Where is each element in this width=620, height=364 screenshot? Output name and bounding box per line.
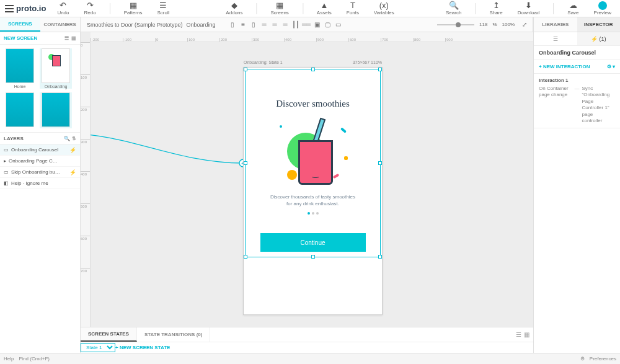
screens-list: Home Onboarding (0, 45, 80, 132)
distribute-h-icon[interactable]: ┃┃ (291, 20, 301, 29)
containers-tab[interactable]: CONTAINERS (40, 17, 81, 32)
align-top-icon[interactable]: ═ (260, 20, 269, 29)
grid-view-icon[interactable]: ▦ (524, 331, 529, 338)
align-bottom-icon[interactable]: ═ (281, 20, 290, 29)
save-button[interactable]: ☁Save (564, 0, 582, 17)
page-dots[interactable] (308, 212, 319, 215)
breadcrumb: Smoothies to Door (Sample Prototype) Onb… (81, 17, 222, 32)
zoom-slider[interactable] (437, 24, 474, 25)
search-button[interactable]: 🔍Search (442, 0, 465, 17)
ruler-horizontal[interactable]: -200-1000100200300400500600700800900 (91, 32, 533, 42)
breadcrumb-root[interactable]: Smoothies to Door (Sample Prototype) (87, 22, 183, 28)
find-link[interactable]: Find (Cmd+F) (19, 356, 50, 362)
bolt-icon: ⚡ (69, 169, 76, 175)
interaction-trigger: On Containerpage change (539, 86, 572, 124)
align-center-h-icon[interactable]: ≡ (239, 20, 248, 29)
new-screen-state-button[interactable]: + NEW SCREEN STATE (115, 345, 170, 350)
logo-text: proto.io (16, 4, 46, 13)
zoom-value[interactable]: 118 (479, 22, 487, 27)
patterns-button[interactable]: ▦Patterns (120, 0, 146, 17)
button-icon: ▭ (4, 169, 9, 175)
search-icon[interactable]: 🔍 (64, 136, 70, 141)
chevron-icon: ▸ (4, 158, 6, 164)
layers-list: ▭Onboarding Carousel⚡ ▸Onboarding Page C… (0, 144, 80, 353)
preferences-link[interactable]: Preferences (590, 356, 616, 362)
redo-button[interactable]: ↷Redo (81, 0, 100, 17)
screen-thumb-3[interactable] (4, 92, 36, 128)
addons-button[interactable]: ◆Addons (222, 0, 246, 17)
illustration: ‿ (276, 119, 350, 193)
interaction-item[interactable]: Interaction 1 On Containerpage change — … (534, 74, 620, 128)
artboard-content: Discover smoothies ‿ Discover thousands … (244, 68, 382, 314)
assets-button[interactable]: ▲Assets (313, 0, 335, 17)
variables-button[interactable]: (x)Variables (370, 0, 398, 17)
bolt-icon: ⚡ (69, 147, 76, 153)
libraries-tab[interactable]: LIBRARIES (534, 17, 577, 32)
zoom-controls: 118 % 100% ⤢ (437, 17, 533, 32)
interaction-action: Sync "Onboarding PageController 1" pagec… (582, 86, 616, 124)
layer-help[interactable]: ◧Help - Ignore me (0, 178, 80, 189)
continue-button[interactable]: Continue (260, 233, 366, 252)
secondary-toolbar: SCREENS CONTAINERS Smoothies to Door (Sa… (0, 17, 620, 32)
menu-icon[interactable] (5, 5, 14, 12)
play-icon (598, 1, 607, 10)
state-select[interactable]: State 1 (81, 343, 115, 352)
inspector-interactions-tab[interactable]: ⚡ (1) (577, 32, 621, 45)
canvas-area: -200-1000100200300400500600700800900 010… (81, 32, 533, 338)
fonts-button[interactable]: TFonts (343, 0, 363, 17)
help-link[interactable]: Help (4, 356, 14, 362)
screens-button[interactable]: ▦Screens (267, 0, 292, 17)
zoom-reset-icon[interactable]: ⤢ (520, 20, 529, 29)
send-back-icon[interactable]: ▢ (323, 20, 332, 29)
screen-thumb-4[interactable] (40, 92, 72, 128)
preview-button[interactable]: Preview (590, 0, 615, 17)
download-button[interactable]: ⬇Download (514, 0, 544, 17)
bottom-bar: SCREEN STATES STATE TRANSITIONS (0) ☰ ▦ (81, 327, 533, 342)
screens-tab[interactable]: SCREENS (0, 17, 40, 32)
interaction-options-icon[interactable]: ⚙ ▾ (607, 64, 615, 69)
state-label: Onboarding: State 1 (244, 60, 283, 64)
screen-states-tab[interactable]: SCREEN STATES (81, 327, 137, 342)
undo-button[interactable]: ↶Undo (53, 0, 73, 17)
app-logo[interactable]: proto.io (5, 4, 46, 13)
scroll-button[interactable]: ☰Scroll (153, 0, 173, 17)
distribute-v-icon[interactable]: ══ (302, 20, 311, 29)
inspector-properties-tab[interactable]: ☰ (534, 32, 577, 45)
list-view-icon[interactable]: ☰ (516, 331, 521, 338)
new-interaction-button[interactable]: + NEW INTERACTION ⚙ ▾ (534, 60, 620, 74)
zoom-fit[interactable]: 100% (502, 22, 515, 27)
container-icon: ▭ (4, 147, 9, 153)
state-row: State 1 + NEW SCREEN STATE (81, 342, 533, 353)
canvas[interactable]: + Onboarding: State 1375×667 110% Discov… (91, 42, 533, 338)
artboard[interactable]: Onboarding: State 1375×667 110% Discover… (243, 67, 383, 315)
status-bar: Help Find (Cmd+F) ⚙ Preferences (0, 353, 620, 364)
layer-onboarding-carousel[interactable]: ▭Onboarding Carousel⚡ (0, 144, 80, 156)
slide-description: Discover thousands of tasty smoothies fo… (270, 193, 355, 207)
layers-header: LAYERS 🔍⇅ (0, 132, 80, 144)
new-screen-button[interactable]: NEW SCREEN ☰▦ (0, 32, 80, 45)
list-view-icon[interactable]: ☰ (64, 35, 69, 41)
artboard-dimensions: 375×667 110% (353, 60, 382, 64)
filter-icon[interactable]: ⇅ (72, 136, 76, 141)
top-toolbar: proto.io ↶Undo ↷Redo ▦Patterns ☰Scroll ◆… (0, 0, 620, 17)
group-icon[interactable]: ▭ (334, 20, 343, 29)
align-right-icon[interactable]: ▯ (249, 20, 259, 29)
slide-title: Discover smoothies (276, 99, 350, 109)
left-panel: NEW SCREEN ☰▦ Home Onboarding LAYERS 🔍⇅ … (0, 32, 81, 353)
bring-front-icon[interactable]: ▣ (312, 20, 322, 29)
screen-thumb-onboarding[interactable]: Onboarding (40, 48, 72, 89)
inspector-panel: ☰ ⚡ (1) Onboarding Carousel + NEW INTERA… (533, 32, 620, 353)
grid-view-icon[interactable]: ▦ (71, 35, 76, 41)
layer-page-controller[interactable]: ▸Onboarding Page C… (0, 156, 80, 167)
layer-skip-button[interactable]: ▭Skip Onboarding bu…⚡ (0, 167, 80, 178)
align-center-v-icon[interactable]: ═ (270, 20, 280, 29)
breadcrumb-current[interactable]: Onboarding (187, 22, 216, 28)
settings-icon[interactable]: ⚙ (580, 356, 585, 362)
selection-title: Onboarding Carousel (534, 46, 620, 60)
share-button[interactable]: ↥Share (485, 0, 506, 17)
state-transitions-tab[interactable]: STATE TRANSITIONS (0) (137, 327, 210, 342)
align-left-icon[interactable]: ▯ (228, 20, 237, 29)
ruler-vertical[interactable]: 0100200300400500600700 (81, 42, 91, 338)
inspector-tab[interactable]: INSPECTOR (577, 17, 621, 32)
screen-thumb-home[interactable]: Home (4, 48, 36, 89)
